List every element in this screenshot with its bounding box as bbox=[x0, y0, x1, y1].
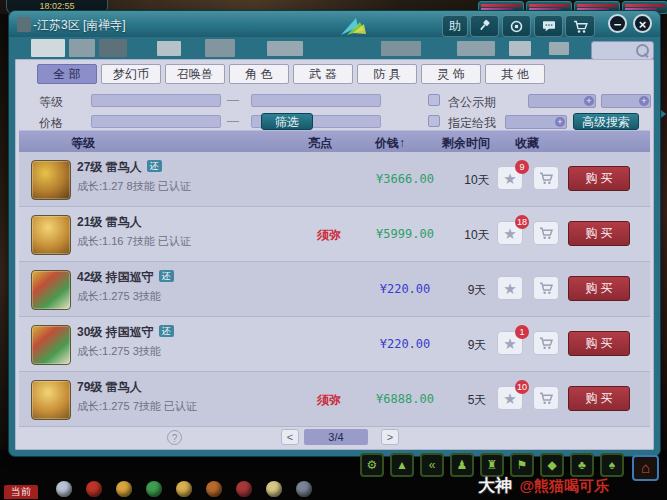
add-cart-button[interactable] bbox=[533, 166, 559, 190]
prev-page-button[interactable]: < bbox=[281, 429, 299, 445]
filter-select[interactable]: + bbox=[505, 115, 567, 129]
star-icon: ★ bbox=[503, 226, 516, 241]
pet-description: 成长:1.275 7技能 已认证 bbox=[77, 399, 197, 414]
level-max-input[interactable] bbox=[252, 100, 384, 111]
category-tab[interactable]: 梦幻币 bbox=[101, 64, 161, 84]
add-cart-button[interactable] bbox=[533, 276, 559, 300]
item-icon[interactable] bbox=[176, 481, 192, 497]
censor-block bbox=[17, 17, 31, 32]
filter-select[interactable]: + bbox=[601, 94, 651, 108]
category-tab[interactable]: 全 部 bbox=[37, 64, 97, 84]
help-button[interactable]: 助 bbox=[442, 15, 468, 37]
hammer-icon bbox=[477, 18, 493, 34]
buy-button[interactable]: 购买 bbox=[568, 386, 630, 411]
favorite-button[interactable]: ★ 1 bbox=[497, 331, 523, 355]
advanced-search-button[interactable]: 高级搜索 bbox=[573, 113, 639, 130]
pet-icon[interactable] bbox=[31, 380, 71, 420]
category-tab[interactable]: 召唤兽 bbox=[165, 64, 225, 84]
assign-to-me-checkbox[interactable] bbox=[428, 115, 440, 127]
add-cart-button[interactable] bbox=[533, 386, 559, 410]
watermark-brand: 大神 bbox=[478, 476, 512, 495]
currency-button[interactable] bbox=[502, 15, 531, 37]
item-icon[interactable] bbox=[206, 481, 222, 497]
category-tab[interactable]: 其 他 bbox=[485, 64, 545, 84]
item-icon[interactable] bbox=[236, 481, 252, 497]
price-min-field[interactable] bbox=[91, 115, 221, 128]
pet-description: 成长:1.27 8技能 已认证 bbox=[77, 179, 191, 194]
chat-bubble-icon bbox=[541, 18, 557, 34]
game-screen: 18:02:55 -江苏3区 [南禅寺] 助 bbox=[0, 0, 667, 500]
public-period-checkbox[interactable] bbox=[428, 94, 440, 106]
marketplace-content: 全 部 梦幻币 召唤兽 角 色 武 器 防 具 灵 饰 其 他 等级 — 含公示… bbox=[15, 59, 654, 450]
favorite-button[interactable]: ★ 9 bbox=[497, 166, 523, 190]
add-cart-button[interactable] bbox=[533, 221, 559, 245]
search-box bbox=[591, 41, 654, 60]
listing-row: 79级 雷鸟人 成长:1.275 7技能 已认证 须弥 ¥6888.00 5天 … bbox=[19, 372, 650, 427]
pet-icon[interactable] bbox=[31, 215, 71, 255]
pet-title: 21级 雷鸟人 bbox=[77, 214, 142, 231]
buy-button[interactable]: 购买 bbox=[568, 276, 630, 301]
next-page-button[interactable]: > bbox=[381, 429, 399, 445]
filter-select[interactable]: + bbox=[528, 94, 596, 108]
favorite-count-badge: 1 bbox=[515, 325, 529, 339]
buy-button[interactable]: 购买 bbox=[568, 331, 630, 356]
category-tab[interactable]: 武 器 bbox=[293, 64, 353, 84]
favorite-button[interactable]: ★ 10 bbox=[497, 386, 523, 410]
header-price[interactable]: 价钱↑ bbox=[375, 135, 405, 152]
item-icon[interactable] bbox=[56, 481, 72, 497]
game-toolbar-button[interactable]: ▲ bbox=[390, 453, 414, 477]
game-toolbar-button[interactable]: ♟ bbox=[450, 453, 474, 477]
pet-icon[interactable] bbox=[31, 325, 71, 365]
time-left: 9天 bbox=[453, 337, 501, 354]
favorite-button[interactable]: ★ bbox=[497, 276, 523, 300]
bird-decoration-icon bbox=[339, 13, 369, 41]
pet-title: 42级 持国巡守还 bbox=[77, 269, 174, 286]
item-icon[interactable] bbox=[296, 481, 312, 497]
range-dash: — bbox=[227, 114, 239, 128]
item-icon[interactable] bbox=[86, 481, 102, 497]
game-toolbar-button[interactable]: ⚙ bbox=[360, 453, 384, 477]
item-icon[interactable] bbox=[146, 481, 162, 497]
item-icon[interactable] bbox=[116, 481, 132, 497]
buy-button[interactable]: 购买 bbox=[568, 166, 630, 191]
chat-button[interactable] bbox=[534, 15, 563, 37]
range-dash: — bbox=[227, 93, 239, 107]
home-button[interactable]: ⌂ bbox=[632, 455, 659, 481]
level-min-field[interactable] bbox=[91, 94, 221, 107]
close-button[interactable]: × bbox=[633, 14, 652, 33]
table-header: 等级 亮点 价钱↑ 剩余时间 收藏 bbox=[19, 130, 650, 152]
category-tab[interactable]: 防 具 bbox=[357, 64, 417, 84]
pet-icon[interactable] bbox=[31, 270, 71, 310]
censor-block bbox=[69, 39, 95, 57]
favorite-count-badge: 18 bbox=[515, 215, 529, 229]
favorite-count-badge: 10 bbox=[515, 380, 529, 394]
add-cart-button[interactable] bbox=[533, 331, 559, 355]
auction-button[interactable] bbox=[470, 15, 499, 37]
cart-toolbar-button[interactable] bbox=[565, 15, 595, 37]
star-icon: ★ bbox=[503, 281, 516, 296]
listing-row: 27级 雷鸟人还 成长:1.27 8技能 已认证 ¥3666.00 10天 ★ … bbox=[19, 152, 650, 207]
level-min-input[interactable] bbox=[92, 100, 224, 111]
pet-icon[interactable] bbox=[31, 160, 71, 200]
header-highlight: 亮点 bbox=[308, 135, 332, 152]
category-tab[interactable]: 角 色 bbox=[229, 64, 289, 84]
category-tab[interactable]: 灵 饰 bbox=[421, 64, 481, 84]
game-toolbar-button[interactable]: « bbox=[420, 453, 444, 477]
chat-tab-current[interactable]: 当前 bbox=[4, 485, 38, 499]
pet-description: 成长:1.275 3技能 bbox=[77, 344, 161, 359]
favorite-button[interactable]: ★ 18 bbox=[497, 221, 523, 245]
header-favorite: 收藏 bbox=[515, 135, 539, 152]
window-title: -江苏3区 [南禅寺] bbox=[33, 17, 126, 34]
pet-title: 79级 雷鸟人 bbox=[77, 379, 142, 396]
pet-title-text: 21级 雷鸟人 bbox=[77, 215, 142, 229]
plus-icon: + bbox=[584, 96, 594, 106]
header-level: 等级 bbox=[71, 135, 95, 152]
item-icon[interactable] bbox=[266, 481, 282, 497]
header-time: 剩余时间 bbox=[442, 135, 490, 152]
minimize-button[interactable]: − bbox=[608, 14, 627, 33]
page-help-button[interactable]: ? bbox=[167, 430, 182, 445]
level-max-field[interactable] bbox=[251, 94, 381, 107]
search-input[interactable] bbox=[592, 44, 636, 57]
buy-button[interactable]: 购买 bbox=[568, 221, 630, 246]
filter-button[interactable]: 筛选 bbox=[261, 113, 313, 130]
